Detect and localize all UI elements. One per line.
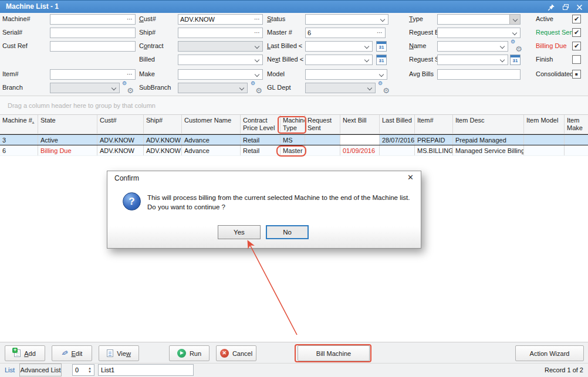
- item-number-label: Item#: [2, 69, 19, 79]
- record-status: Record 1 of 2: [545, 363, 583, 377]
- master-number-input[interactable]: [306, 28, 385, 38]
- ship-number-input[interactable]: [178, 28, 262, 38]
- ship-number-label: Ship#: [139, 28, 156, 38]
- column-header-item-make[interactable]: Item Make: [565, 115, 588, 134]
- avg-bills-label: Avg Bills: [409, 69, 434, 79]
- column-header-item-no[interactable]: Item#: [415, 115, 453, 134]
- ellipsis-icon[interactable]: ⋯: [254, 15, 261, 23]
- next-billed-combo[interactable]: [305, 55, 373, 65]
- spinner-arrows-icon[interactable]: ▲▼: [87, 365, 93, 375]
- cust-number-input[interactable]: [178, 15, 262, 24]
- run-button[interactable]: Run: [169, 345, 209, 361]
- dialog-message-line2: Do you want to continue ?: [147, 202, 410, 212]
- billing-due-checkbox[interactable]: ✔: [572, 42, 581, 50]
- gear-icon[interactable]: ⚙⚙: [511, 41, 522, 52]
- calendar-icon[interactable]: 31: [510, 55, 521, 65]
- chevron-down-icon: [239, 86, 244, 90]
- ellipsis-icon[interactable]: ⋯: [254, 29, 261, 37]
- chevron-down-icon: [500, 57, 505, 62]
- contract-label: Contract: [139, 41, 164, 51]
- column-header-customer-name[interactable]: Customer Name: [182, 115, 241, 134]
- last-billed-combo[interactable]: [305, 41, 373, 52]
- column-header-item-desc[interactable]: Item Desc: [453, 115, 524, 134]
- ship-number-field[interactable]: ⋯: [178, 28, 263, 38]
- master-number-field[interactable]: ⋯: [305, 28, 386, 38]
- title-bar: Machine List - 1: [0, 0, 588, 13]
- gl-dept-combo[interactable]: [305, 83, 376, 93]
- list-name-field[interactable]: [98, 364, 194, 376]
- machine-number-input[interactable]: [50, 15, 135, 24]
- consolidated-checkbox[interactable]: ■: [572, 70, 581, 79]
- no-button[interactable]: No: [266, 225, 309, 239]
- gear-icon[interactable]: ⚙⚙: [378, 83, 390, 93]
- dialog-close-icon[interactable]: ✕: [407, 174, 414, 182]
- calendar-icon[interactable]: 31: [376, 41, 387, 52]
- ellipsis-icon[interactable]: ⋯: [127, 15, 133, 23]
- status-label: Status: [267, 14, 285, 24]
- column-header-state[interactable]: State: [38, 115, 97, 134]
- list-index-spinner[interactable]: ▲▼: [72, 364, 94, 376]
- column-header-item-model[interactable]: Item Model: [524, 115, 565, 134]
- request-sent-lt-combo[interactable]: [437, 55, 508, 65]
- make-combo[interactable]: [178, 69, 263, 80]
- restore-window-icon[interactable]: [562, 4, 569, 11]
- grid-header-row: Machine #▲ State Cust# Ship# Customer Na…: [0, 115, 588, 134]
- finish-checkbox[interactable]: [572, 55, 581, 64]
- column-header-ship-no[interactable]: Ship#: [144, 115, 182, 134]
- gear-icon[interactable]: ⚙⚙: [122, 83, 134, 93]
- pin-icon[interactable]: [548, 4, 555, 11]
- group-by-band[interactable]: Drag a column header here to group by th…: [0, 96, 588, 115]
- column-header-request-sent[interactable]: Request Sent: [305, 115, 340, 134]
- request-sent-checkbox[interactable]: ✔: [572, 28, 581, 37]
- ellipsis-icon[interactable]: ⋯: [127, 70, 133, 79]
- billed-combo[interactable]: [178, 55, 263, 65]
- subbranch-combo[interactable]: [178, 83, 248, 93]
- edit-button[interactable]: ✎ Edit: [52, 345, 92, 361]
- calendar-icon[interactable]: 31: [376, 55, 387, 65]
- column-header-last-billed[interactable]: Last Billed: [380, 115, 415, 134]
- add-button[interactable]: + Add: [5, 345, 45, 361]
- status-combo[interactable]: [305, 14, 388, 25]
- item-number-input[interactable]: [50, 70, 135, 79]
- gl-dept-label: GL Dept: [267, 83, 291, 93]
- name-combo[interactable]: [437, 41, 508, 52]
- cancel-button[interactable]: ✕ Cancel: [216, 345, 256, 361]
- column-header-machine-no[interactable]: Machine #▲: [0, 115, 38, 134]
- column-header-contract-price-level[interactable]: Contract Price Level: [241, 115, 281, 134]
- yes-button[interactable]: Yes: [218, 225, 261, 239]
- avg-bills-field[interactable]: [437, 69, 521, 80]
- model-combo[interactable]: [305, 69, 387, 80]
- serial-number-input[interactable]: [50, 28, 135, 38]
- type-combo[interactable]: [437, 14, 521, 25]
- contract-combo[interactable]: [178, 41, 263, 52]
- tab-advanced-list[interactable]: Advanced List: [19, 364, 62, 376]
- view-button[interactable]: View: [99, 345, 139, 361]
- column-header-machine-type[interactable]: Machine Type: [281, 115, 305, 134]
- cust-number-label: Cust#: [139, 14, 156, 24]
- column-header-next-bill[interactable]: Next Bill: [340, 115, 380, 134]
- table-row[interactable]: 6 Billing Due ADV.KNOW ADV.KNOW Advance …: [0, 145, 588, 156]
- cust-ref-field[interactable]: [50, 41, 136, 52]
- column-header-cust-no[interactable]: Cust#: [97, 115, 144, 134]
- avg-bills-input[interactable]: [438, 70, 520, 79]
- request-by-combo[interactable]: [437, 28, 521, 38]
- combo-button[interactable]: [509, 15, 520, 24]
- machine-number-field[interactable]: ⋯: [50, 14, 136, 25]
- close-icon[interactable]: [576, 4, 583, 11]
- table-row-selected[interactable]: 3 Active ADV.KNOW ADV.KNOW Advance Retai…: [0, 134, 588, 145]
- gear-icon[interactable]: ⚙⚙: [251, 83, 262, 93]
- list-name-input[interactable]: [99, 365, 193, 375]
- action-wizard-button[interactable]: Action Wizard: [515, 345, 584, 361]
- cust-number-field[interactable]: ⋯: [178, 14, 263, 25]
- model-label: Model: [267, 69, 285, 79]
- cust-ref-input[interactable]: [50, 42, 135, 51]
- active-checkbox[interactable]: ✔: [572, 15, 581, 23]
- tab-list[interactable]: List: [0, 363, 20, 377]
- bill-machine-button[interactable]: Bill Machine: [298, 345, 370, 361]
- item-number-field[interactable]: ⋯: [50, 69, 136, 80]
- serial-number-field[interactable]: [50, 28, 136, 38]
- list-index-input[interactable]: [73, 365, 86, 375]
- ellipsis-icon[interactable]: ⋯: [377, 29, 383, 37]
- branch-combo[interactable]: [50, 83, 120, 93]
- chevron-down-icon: [255, 44, 259, 49]
